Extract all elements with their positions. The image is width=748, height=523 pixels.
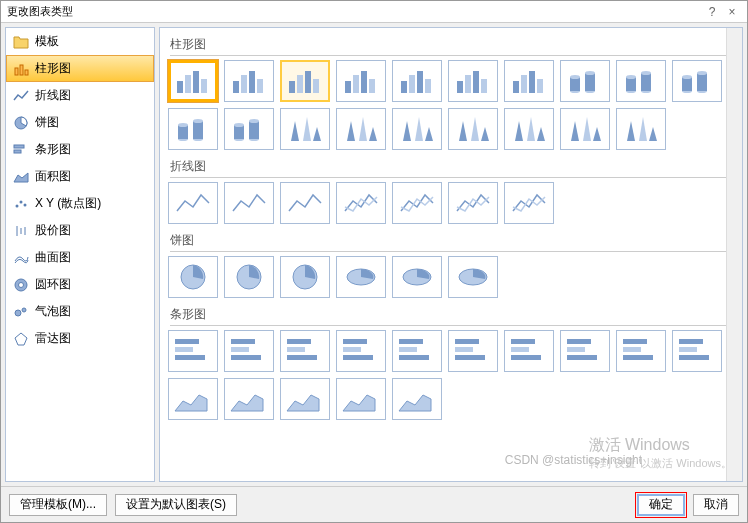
svg-marker-132	[175, 395, 207, 411]
sidebar-item-templates[interactable]: 模板	[6, 28, 154, 55]
chart-thumbnail[interactable]	[224, 108, 274, 150]
chart-thumbnail[interactable]	[504, 330, 554, 372]
svg-rect-130	[679, 347, 697, 352]
chart-thumbnail[interactable]	[168, 330, 218, 372]
sidebar-item-label: 条形图	[35, 141, 71, 158]
svg-rect-111	[343, 339, 367, 344]
chart-thumbnail[interactable]	[504, 60, 554, 102]
sidebar-item-surface[interactable]: 曲面图	[6, 244, 154, 271]
svg-rect-41	[513, 81, 519, 93]
chart-thumbnail[interactable]	[448, 60, 498, 102]
chart-thumbnail[interactable]	[336, 378, 386, 420]
help-button[interactable]: ?	[703, 4, 721, 20]
sidebar-item-pie[interactable]: 饼图	[6, 109, 154, 136]
sidebar-item-scatter[interactable]: X Y (散点图)	[6, 190, 154, 217]
sidebar-item-label: 模板	[35, 33, 59, 50]
svg-rect-103	[175, 347, 193, 352]
sidebar-item-stock[interactable]: 股价图	[6, 217, 154, 244]
sidebar-item-radar[interactable]: 雷达图	[6, 325, 154, 352]
chart-thumbnail[interactable]	[616, 330, 666, 372]
chart-thumbnail[interactable]	[672, 330, 722, 372]
svg-rect-46	[570, 77, 580, 91]
svg-rect-109	[287, 347, 305, 352]
chart-thumbnail[interactable]	[168, 182, 218, 224]
svg-point-8	[24, 203, 27, 206]
chart-thumbnail[interactable]	[336, 60, 386, 102]
svg-rect-22	[241, 75, 247, 93]
sidebar-item-bar[interactable]: 条形图	[6, 136, 154, 163]
chart-thumbnail[interactable]	[336, 108, 386, 150]
svg-rect-44	[537, 79, 543, 93]
chart-thumbnail[interactable]	[280, 256, 330, 298]
chart-thumbnail[interactable]	[280, 182, 330, 224]
sidebar-item-line[interactable]: 折线图	[6, 82, 154, 109]
chart-thumbnail[interactable]	[224, 330, 274, 372]
bar-icon	[13, 142, 29, 158]
chart-thumbnail[interactable]	[280, 330, 330, 372]
ok-button[interactable]: 确定	[637, 494, 685, 516]
chart-thumbnail[interactable]	[280, 378, 330, 420]
svg-rect-18	[185, 75, 191, 93]
chart-thumbnail[interactable]	[168, 378, 218, 420]
stock-icon	[13, 223, 29, 239]
sidebar-item-label: 折线图	[35, 87, 71, 104]
chart-thumbnail[interactable]	[392, 256, 442, 298]
chart-thumbnail[interactable]	[504, 108, 554, 150]
chart-thumbnail[interactable]	[392, 60, 442, 102]
chart-thumbnail[interactable]	[560, 108, 610, 150]
sidebar-item-bubble[interactable]: 气泡图	[6, 298, 154, 325]
chart-thumbnail[interactable]	[336, 330, 386, 372]
svg-marker-135	[343, 395, 375, 411]
chart-thumbnail[interactable]	[616, 60, 666, 102]
svg-rect-104	[175, 355, 205, 360]
cancel-button[interactable]: 取消	[693, 494, 739, 516]
svg-rect-37	[457, 81, 463, 93]
svg-point-53	[626, 75, 636, 79]
chart-thumbnail[interactable]	[224, 60, 274, 102]
chart-thumbnail[interactable]	[224, 256, 274, 298]
chart-thumbnail[interactable]	[392, 182, 442, 224]
line-icon	[13, 88, 29, 104]
svg-rect-55	[641, 73, 651, 91]
sidebar-item-column[interactable]: 柱形图	[6, 55, 154, 82]
chart-thumbnail[interactable]	[560, 60, 610, 102]
chart-thumbnail[interactable]	[168, 256, 218, 298]
scrollbar[interactable]	[726, 28, 742, 481]
chart-thumbnail[interactable]	[336, 182, 386, 224]
svg-rect-122	[511, 355, 541, 360]
svg-rect-19	[193, 71, 199, 93]
svg-marker-87	[515, 121, 523, 141]
svg-rect-49	[585, 73, 595, 91]
chart-thumbnail[interactable]	[392, 378, 442, 420]
svg-marker-79	[359, 117, 367, 141]
chart-thumbnail[interactable]	[168, 108, 218, 150]
chart-thumbnail[interactable]	[560, 330, 610, 372]
chart-thumbnail[interactable]	[280, 60, 330, 102]
svg-rect-117	[455, 339, 479, 344]
chart-thumbnail[interactable]	[392, 330, 442, 372]
chart-thumbnail[interactable]	[336, 256, 386, 298]
chart-thumbnail[interactable]	[672, 60, 722, 102]
chart-thumbnail[interactable]	[392, 108, 442, 150]
chart-thumbnail[interactable]	[168, 60, 218, 102]
svg-rect-30	[353, 75, 359, 93]
close-button[interactable]: ×	[723, 4, 741, 20]
chart-thumbnail[interactable]	[280, 108, 330, 150]
svg-rect-17	[177, 81, 183, 93]
chart-thumbnail[interactable]	[504, 182, 554, 224]
set-default-chart-button[interactable]: 设置为默认图表(S)	[115, 494, 237, 516]
dialog-title: 更改图表类型	[7, 4, 701, 19]
chart-thumbnail[interactable]	[448, 330, 498, 372]
chart-thumbnail[interactable]	[224, 378, 274, 420]
svg-point-71	[234, 123, 244, 127]
manage-templates-button[interactable]: 管理模板(M)...	[9, 494, 107, 516]
chart-thumbnail[interactable]	[448, 182, 498, 224]
chart-thumbnail[interactable]	[448, 256, 498, 298]
chart-gallery: 柱形图折线图饼图条形图 CSDN @statistics+insight 激活 …	[159, 27, 743, 482]
chart-thumbnail[interactable]	[224, 182, 274, 224]
chart-thumbnail[interactable]	[616, 108, 666, 150]
sidebar-item-doughnut[interactable]: 圆环图	[6, 271, 154, 298]
sidebar-item-label: X Y (散点图)	[35, 195, 101, 212]
sidebar-item-area[interactable]: 面积图	[6, 163, 154, 190]
chart-thumbnail[interactable]	[448, 108, 498, 150]
